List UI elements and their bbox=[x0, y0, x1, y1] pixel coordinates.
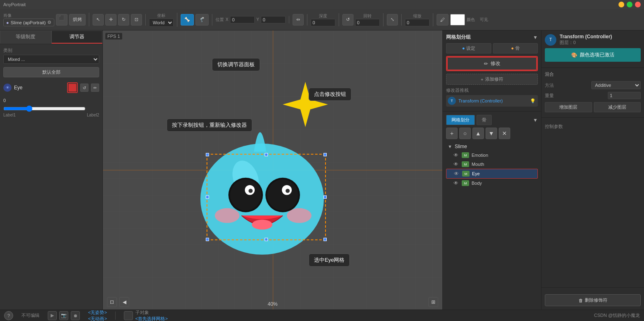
category-label: 类别 bbox=[3, 47, 99, 54]
bake-btn[interactable]: 烘烤 bbox=[69, 14, 86, 26]
mesh-eye-btn[interactable]: ○ bbox=[459, 128, 471, 139]
mesh-lower-tab2[interactable]: 骨 bbox=[477, 115, 492, 125]
props-title-block: Transform (Controller) 图层：0 bbox=[560, 34, 612, 46]
add-layer-btn[interactable]: 增加图层 bbox=[545, 102, 592, 112]
color-pick-btn[interactable]: 🖊 bbox=[437, 14, 449, 26]
depth-input[interactable] bbox=[311, 19, 335, 26]
adjuster-slider[interactable] bbox=[3, 105, 86, 112]
x-input[interactable] bbox=[230, 16, 255, 23]
rotate-tool-btn[interactable]: ↻ bbox=[118, 14, 129, 26]
scale-mirror-btn[interactable]: ⤡ bbox=[387, 14, 398, 26]
delete-icon: 🗑 bbox=[579, 298, 583, 303]
add-modifier-btn[interactable]: + 添加修符 bbox=[446, 74, 538, 85]
weight-label: 重量 bbox=[545, 93, 554, 99]
modifier-item-name[interactable]: Transform (Controller) bbox=[458, 98, 527, 103]
zoom-value: 40% bbox=[267, 301, 277, 307]
rotate-label: 回转 bbox=[363, 13, 372, 19]
tree-eye-emotion[interactable]: 👁 bbox=[453, 152, 459, 158]
tab-settings[interactable]: ● 设定 bbox=[446, 43, 491, 54]
mesh-add-btn[interactable]: + bbox=[446, 128, 458, 139]
mesh-lower-tab1[interactable]: 网格划分 bbox=[446, 115, 475, 125]
tree-item-body[interactable]: 👁 M Body bbox=[446, 179, 538, 188]
flip-icon: ⇔ bbox=[296, 17, 300, 22]
tab-hierarchy[interactable]: 等级制度 bbox=[0, 30, 51, 44]
color-activate-btn[interactable]: 🎨 颜色选项已激活 bbox=[545, 48, 641, 62]
mesh-up-btn[interactable]: ▲ bbox=[472, 128, 484, 139]
edit-btn[interactable]: ✏ bbox=[91, 84, 99, 92]
modify-btn[interactable]: ✏ 修改 bbox=[447, 57, 537, 70]
tree-mesh-mouth: M bbox=[462, 161, 469, 167]
record-btn[interactable] bbox=[68, 84, 77, 92]
bone-tools: 🦴 🦿 bbox=[181, 14, 212, 26]
scale-tool-btn[interactable]: ⊡ bbox=[131, 14, 142, 26]
remove-layer-btn[interactable]: 减少图层 bbox=[594, 102, 641, 112]
flip-btn[interactable]: ⇔ bbox=[293, 14, 304, 26]
mesh-delete-btn[interactable]: ✕ bbox=[499, 128, 510, 139]
blend-section: 混合 方法 Additive Override Blend 重量 增加图层 减少… bbox=[542, 68, 644, 118]
tree-eye-body[interactable]: 👁 bbox=[453, 180, 459, 186]
rotate-input[interactable] bbox=[355, 19, 380, 26]
tree-eye-mouth[interactable]: 👁 bbox=[453, 161, 459, 167]
maximize-btn[interactable] bbox=[627, 2, 632, 7]
rec-btn[interactable]: ⏺ bbox=[71, 311, 80, 320]
coord-select[interactable]: World Local bbox=[149, 19, 174, 27]
tab-bone[interactable]: ● 骨 bbox=[493, 43, 538, 54]
color-icon: 🎨 bbox=[571, 52, 577, 58]
default-all-btn[interactable]: 默认全部 bbox=[3, 67, 99, 77]
canvas-expand-btn[interactable]: ⊞ bbox=[428, 297, 438, 307]
portrait-tag[interactable]: ● Slime (apPortrait) ⚙ bbox=[3, 19, 54, 26]
move-tool-btn[interactable]: ✛ bbox=[105, 14, 116, 26]
sub-object-link[interactable]: <首先选择网格> bbox=[135, 316, 168, 321]
svg-point-3 bbox=[215, 208, 239, 223]
mesh-group-collapse-icon[interactable]: ▼ bbox=[533, 35, 538, 40]
tree-mesh-body: M bbox=[462, 180, 469, 186]
num-display: 0 bbox=[3, 98, 99, 103]
slider-labels: Label1 Label2 bbox=[3, 113, 99, 117]
anim-link[interactable]: <无动画> bbox=[88, 316, 107, 321]
tree-slime-label: Slime bbox=[455, 144, 467, 149]
play-btn[interactable]: ▶ bbox=[48, 311, 57, 320]
bone-icon2-btn[interactable]: 🦿 bbox=[195, 14, 209, 26]
export-btn[interactable]: ⬛ bbox=[56, 14, 67, 26]
mesh-down-btn[interactable]: ▼ bbox=[486, 128, 497, 139]
y-input[interactable] bbox=[261, 16, 286, 23]
zoom-btn[interactable]: ◀ bbox=[119, 297, 129, 307]
annotation-3-text: 选中Eye网格 bbox=[309, 254, 350, 267]
flip-group: ⇔ bbox=[293, 14, 307, 26]
portrait-label: 肖像 bbox=[3, 13, 54, 19]
capture-btn[interactable]: 📷 bbox=[59, 311, 68, 320]
tree-item-slime[interactable]: ▼ Slime bbox=[446, 142, 538, 151]
fit-screen-btn[interactable]: ⊡ bbox=[107, 297, 117, 307]
canvas-area[interactable]: FPS 1 bbox=[103, 30, 442, 309]
minimize-btn[interactable] bbox=[618, 2, 624, 7]
eye-item-row: 👁 Eye ↺ ✏ bbox=[3, 81, 99, 95]
slider-row bbox=[3, 105, 99, 112]
props-subtitle: 图层：0 bbox=[560, 40, 612, 46]
portrait-settings-icon[interactable]: ⚙ bbox=[47, 20, 51, 25]
help-btn[interactable]: ? bbox=[4, 311, 13, 320]
coord-label: 坐标 bbox=[157, 13, 165, 19]
scale-input[interactable] bbox=[405, 19, 430, 26]
category-select[interactable]: Mixed ... bbox=[3, 55, 99, 64]
weight-input[interactable] bbox=[608, 92, 641, 99]
mesh-lower-tabs: 网格划分 骨 bbox=[446, 115, 492, 125]
color-swatch[interactable] bbox=[450, 14, 465, 26]
tree-body-label: Body bbox=[472, 181, 482, 186]
x-label: X bbox=[226, 17, 228, 22]
method-select[interactable]: Additive Override Blend bbox=[591, 81, 641, 89]
mesh-lower-collapse-icon[interactable]: ▼ bbox=[533, 117, 538, 123]
pose-link[interactable]: <无姿势> bbox=[88, 309, 107, 316]
tree-item-eye[interactable]: 👁 M Eye bbox=[446, 169, 538, 179]
zoom-display: 40% bbox=[267, 301, 277, 307]
modifier-eye-icon[interactable]: 💡 bbox=[530, 98, 536, 104]
tree-item-emotion[interactable]: 👁 M Emotion bbox=[446, 151, 538, 160]
tree-item-mouth[interactable]: 👁 M Mouth bbox=[446, 160, 538, 169]
reset-btn[interactable]: ↺ bbox=[80, 84, 88, 92]
bone-icon1-btn[interactable]: 🦴 bbox=[181, 14, 194, 26]
rotate-reset-btn[interactable]: ↺ bbox=[342, 14, 353, 26]
tree-eye-eye[interactable]: 👁 bbox=[453, 170, 460, 177]
select-tool-btn[interactable]: ↖ bbox=[93, 14, 104, 26]
delete-modifier-btn[interactable]: 🗑 删除修饰符 bbox=[545, 294, 641, 306]
tab-adjuster[interactable]: 调节器 bbox=[51, 30, 103, 44]
close-btn[interactable] bbox=[635, 2, 641, 7]
